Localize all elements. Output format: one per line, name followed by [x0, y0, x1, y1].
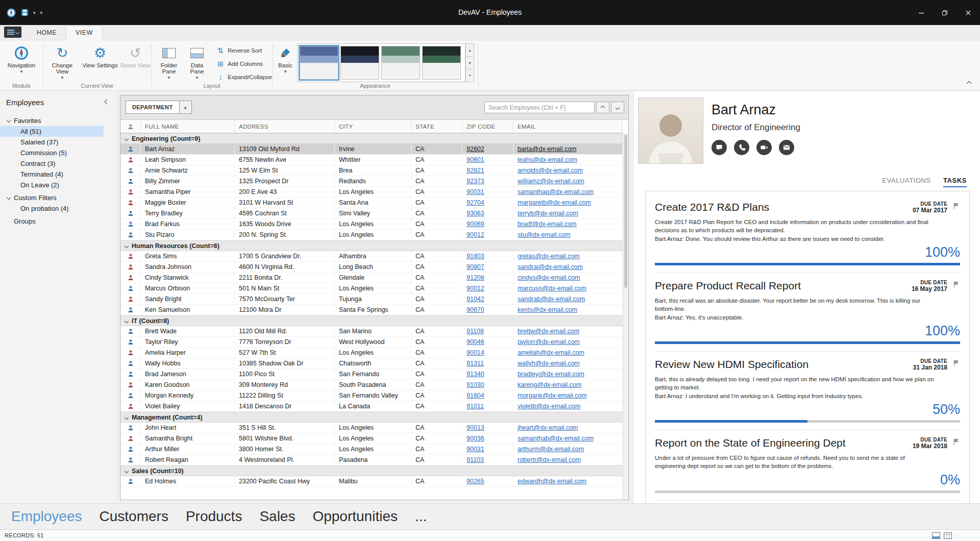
navigation-button[interactable]: Navigation ▼ — [5, 43, 38, 81]
email-link[interactable]: arnolds@dx-email.com — [518, 167, 583, 174]
data-pane-button[interactable]: Data Pane ▼ — [184, 43, 210, 81]
table-row[interactable]: Cindy Stanwick2211 Bonita Dr.GlendaleCA9… — [120, 273, 623, 283]
table-row[interactable]: John Heart351 S Hill St.Los AngelesCA900… — [120, 423, 623, 433]
zip-link[interactable]: 90046 — [467, 338, 484, 346]
table-row[interactable]: Samantha Bright5801 Wilshire Blvd.Los An… — [120, 433, 623, 444]
zip-link[interactable]: 91042 — [467, 296, 484, 303]
table-row[interactable]: Taylor Riley7776 Torreyson DrWest Hollyw… — [120, 337, 623, 348]
column-header-email[interactable]: EMAIL — [513, 120, 623, 133]
email-link[interactable]: margaretb@dx-email.com — [518, 199, 591, 206]
view-settings-button[interactable]: ⚙ View Settings — [81, 43, 119, 81]
group-row-human-resources-count-6[interactable]: Human Resources (Count=6) — [120, 240, 623, 251]
zip-link[interactable]: 91340 — [467, 371, 484, 378]
email-link[interactable]: kareng@dx-email.com — [518, 381, 581, 388]
table-row[interactable]: Samantha Piper200 E Ave 43Los AngelesCA9… — [120, 187, 623, 198]
tab-view[interactable]: VIEW — [66, 26, 103, 40]
sidebar-section-favorites[interactable]: Favorites — [0, 115, 117, 126]
table-row[interactable]: Maggie Boxter3101 W Harvard StSanta AnaC… — [120, 198, 623, 208]
task-flag[interactable] — [952, 359, 960, 369]
collapse-ribbon-icon[interactable] — [967, 81, 972, 86]
email-link[interactable]: bradleyj@dx-email.com — [518, 371, 584, 378]
person-column-header[interactable] — [120, 120, 141, 133]
table-row[interactable]: Marcus Orbison501 N Main StLos AngelesCA… — [120, 283, 623, 294]
table-row[interactable]: Brad Farkus1635 Woods DriveLos AngelesCA… — [120, 219, 623, 230]
table-row[interactable]: Brad Jameson1100 Pico StSan FernandoCA91… — [120, 369, 623, 380]
email-link[interactable]: barta@dx-email.com — [518, 145, 577, 153]
zip-link[interactable]: 91208 — [467, 274, 484, 281]
column-header-state[interactable]: STATE — [411, 120, 462, 133]
zip-link[interactable]: 92602 — [467, 145, 484, 153]
add-columns-button[interactable]: ⊞Add Columns — [216, 59, 263, 69]
phone-button[interactable] — [734, 140, 749, 155]
zip-link[interactable]: 90601 — [467, 156, 484, 163]
email-link[interactable]: jheart@dx-email.com — [518, 424, 578, 431]
search-prev-button[interactable] — [596, 102, 609, 113]
task-flag[interactable] — [952, 281, 960, 290]
table-row[interactable]: Terry Bradley4595 Cochran StSimi ValleyC… — [120, 208, 623, 219]
task-flag[interactable] — [952, 202, 960, 212]
table-row[interactable]: Arthur Miller3800 Homer St.Los AngelesCA… — [120, 444, 623, 455]
basic-skin-button[interactable]: Basic ▼ — [276, 43, 295, 81]
sidebar-section-custom-filters[interactable]: Custom Filters — [0, 192, 117, 203]
zip-link[interactable]: 90013 — [467, 424, 484, 431]
zip-link[interactable]: 92704 — [467, 199, 484, 206]
email-link[interactable]: kents@dx-email.com — [518, 306, 577, 313]
email-link[interactable]: morgank@dx-email.com — [518, 392, 587, 399]
table-row[interactable]: Arnie Schwartz125 W Elm StBreaCA92821arn… — [120, 165, 623, 176]
sidebar-item-all-51[interactable]: All (51) — [0, 126, 104, 137]
table-row[interactable]: Greta Sims1700 S Grandview Dr.AlhambraCA… — [120, 251, 623, 262]
video-button[interactable] — [756, 140, 772, 155]
task-card[interactable]: Report on the State of Engineering DeptD… — [655, 430, 960, 501]
zip-link[interactable]: 90670 — [467, 306, 484, 313]
table-row[interactable]: Morgan Kennedy11222 Dilling StSan Fernan… — [120, 390, 623, 401]
email-link[interactable]: williamz@dx-email.com — [518, 178, 584, 185]
zip-link[interactable]: 91103 — [467, 456, 484, 463]
email-link[interactable]: sandrab@dx-email.com — [518, 296, 585, 303]
email-link[interactable]: sandraj@dx-email.com — [518, 263, 583, 270]
zip-link[interactable]: 91311 — [467, 360, 484, 367]
email-link[interactable]: terryb@dx-email.com — [518, 210, 578, 217]
email-link[interactable]: gretas@dx-email.com — [518, 253, 580, 260]
group-by-chip[interactable]: DEPARTMENT ▲ — [126, 101, 192, 114]
search-input[interactable] — [484, 102, 595, 113]
reverse-sort-button[interactable]: ⇅Reverse Sort — [216, 45, 262, 56]
tab-tasks[interactable]: TASKS — [943, 177, 967, 187]
nav-more[interactable]: ... — [415, 508, 427, 525]
sidebar-item-terminated-4[interactable]: Terminated (4) — [0, 169, 117, 180]
nav-products[interactable]: Products — [186, 508, 242, 525]
folder-pane-button[interactable]: Folder Pane ▼ — [155, 43, 183, 81]
sidebar-item-salaried-37[interactable]: Salaried (37) — [0, 137, 117, 147]
theme-thumbnail-dark-blue[interactable] — [340, 46, 379, 80]
zip-link[interactable]: 91604 — [467, 392, 484, 399]
gallery-down-button[interactable]: ▼ — [465, 57, 474, 69]
application-menu-button[interactable] — [4, 27, 21, 38]
change-view-button[interactable]: ↻ Change View ▼ — [46, 43, 79, 81]
email-link[interactable]: violetb@dx-email.com — [518, 403, 580, 410]
zip-link[interactable]: 90036 — [467, 435, 484, 442]
nav-sales[interactable]: Sales — [259, 508, 295, 525]
group-row-sales-count-10[interactable]: Sales (Count=10) — [120, 465, 623, 476]
minimize-button[interactable] — [910, 0, 933, 25]
data-pane-toggle-icon[interactable] — [932, 532, 940, 539]
zip-link[interactable]: 90012 — [467, 231, 484, 238]
column-header-full-name[interactable]: FULL NAME — [141, 120, 235, 133]
zip-link[interactable]: 93063 — [467, 210, 484, 217]
task-flag[interactable] — [952, 438, 960, 448]
zip-link[interactable]: 90265 — [467, 478, 484, 485]
theme-thumbnail-blue[interactable] — [300, 46, 338, 80]
sort-ascending-icon[interactable]: ▲ — [179, 101, 191, 113]
expand-collapse-button[interactable]: ↕Expand/Collapse — [216, 72, 272, 82]
theme-thumbnail-green[interactable] — [381, 46, 420, 80]
sidebar-item-on-leave-2[interactable]: On Leave (2) — [0, 180, 117, 190]
email-link[interactable]: taylorr@dx-email.com — [518, 338, 580, 346]
sidebar-section-groups[interactable]: Groups — [0, 215, 117, 227]
table-row[interactable]: Brett Wade1120 Old Mill Rd.San MarinoCA9… — [120, 326, 623, 337]
task-card[interactable]: Review New HDMI SpecificationDUE DATE31 … — [655, 352, 960, 430]
zip-link[interactable]: 90031 — [467, 446, 484, 453]
gallery-up-button[interactable]: ▲ — [465, 43, 474, 57]
close-button[interactable] — [957, 0, 980, 25]
group-row-it-count-8[interactable]: IT (Count=8) — [120, 315, 623, 326]
table-row[interactable]: Robert Reagan4 Westmoreland Pl.PasadenaC… — [120, 455, 623, 465]
task-card[interactable]: Create 2017 R&D PlansDUE DATE07 Mar 2017… — [655, 194, 960, 273]
chat-button[interactable] — [712, 140, 727, 155]
